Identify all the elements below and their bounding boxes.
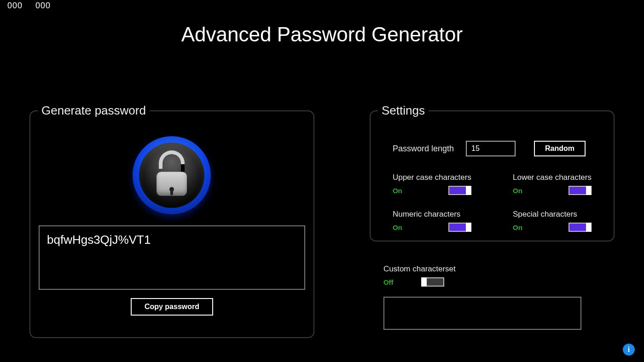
settings-panel-legend: Settings [378, 103, 429, 118]
page-title: Advanced Password Generator [0, 23, 644, 46]
info-icon[interactable]: i [623, 344, 635, 356]
random-length-button[interactable]: Random [534, 141, 586, 156]
toggle-upper-label: Upper case characters [393, 173, 471, 182]
header-number-1: 000 [7, 1, 23, 11]
toggle-numeric-state: On [393, 224, 406, 231]
toggle-special: Special characters On [513, 210, 592, 232]
password-output[interactable]: bqfwHgs3QjJ%VT1 [39, 225, 305, 290]
toggle-upper-switch[interactable] [448, 186, 471, 195]
copy-password-button[interactable]: Copy password [131, 298, 213, 316]
custom-charset-label: Custom characterset [383, 264, 456, 273]
toggle-special-label: Special characters [513, 210, 592, 219]
generate-panel: Generate password bqfwHgs3QjJ%VT1 Copy p… [29, 103, 314, 338]
lock-icon[interactable] [133, 136, 211, 214]
toggle-lower-state: On [513, 187, 527, 195]
toggle-lower: Lower case characters On [513, 173, 592, 195]
password-length-label: Password length [393, 144, 454, 154]
toggle-upper-state: On [393, 187, 406, 195]
generate-panel-legend: Generate password [38, 103, 150, 118]
custom-charset-block: Custom characterset Off [370, 264, 615, 330]
toggle-special-switch[interactable] [569, 223, 592, 232]
toggle-numeric-label: Numeric characters [393, 210, 471, 219]
custom-charset-input[interactable] [383, 297, 581, 330]
header-numbers: 000 000 [7, 1, 51, 11]
toggle-numeric: Numeric characters On [393, 210, 471, 232]
toggle-special-state: On [513, 224, 527, 231]
password-length-input[interactable] [466, 141, 516, 156]
toggle-numeric-switch[interactable] [448, 223, 471, 232]
custom-charset-switch[interactable] [421, 277, 444, 287]
toggle-lower-switch[interactable] [569, 186, 592, 195]
toggle-upper: Upper case characters On [393, 173, 471, 195]
toggle-lower-label: Lower case characters [513, 173, 592, 182]
header-number-2: 000 [35, 1, 51, 11]
settings-panel: Settings Password length Random Upper ca… [370, 103, 615, 241]
custom-charset-state: Off [383, 278, 397, 286]
